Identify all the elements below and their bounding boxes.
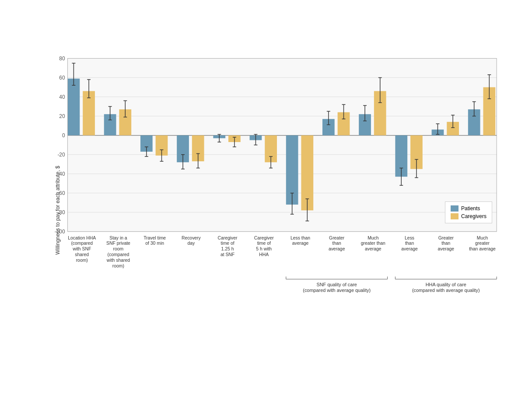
svg-text:average: average <box>438 246 455 251</box>
svg-text:Caregiver: Caregiver <box>254 235 274 240</box>
svg-text:(compared: (compared <box>71 241 93 246</box>
chart-container: Willingness to pay for each attribute, $… <box>11 18 514 403</box>
svg-text:shared: shared <box>75 252 89 257</box>
svg-text:-20: -20 <box>57 151 65 157</box>
svg-text:Greater: Greater <box>329 235 345 240</box>
svg-text:than: than <box>332 241 341 246</box>
svg-text:Recovery: Recovery <box>182 235 201 240</box>
svg-text:room: room <box>113 246 124 251</box>
svg-text:-60: -60 <box>57 190 65 196</box>
svg-text:Less: Less <box>405 235 414 240</box>
svg-text:(compared with average quality: (compared with average quality) <box>412 288 480 293</box>
svg-text:40: 40 <box>59 94 65 100</box>
svg-text:with shared: with shared <box>106 258 130 263</box>
bar-chart: -100-80-60-40-20020406080Location HHA(co… <box>46 27 505 324</box>
svg-text:(compared: (compared <box>108 252 130 257</box>
svg-text:Location HHA: Location HHA <box>68 235 96 240</box>
legend-color-patients <box>451 205 458 212</box>
svg-text:Much: Much <box>368 235 379 240</box>
svg-text:SNF quality of care: SNF quality of care <box>316 281 357 287</box>
legend-label-patients: Patients <box>461 205 480 212</box>
svg-text:0: 0 <box>62 132 65 138</box>
svg-text:time of: time of <box>220 241 234 246</box>
svg-text:(compared with average quality: (compared with average quality) <box>303 288 371 293</box>
legend: Patients Caregivers <box>445 201 492 223</box>
svg-text:Caregiver: Caregiver <box>218 235 238 240</box>
svg-text:of 30 min: of 30 min <box>145 241 164 246</box>
svg-text:greater: greater <box>475 241 490 246</box>
svg-text:room): room) <box>76 258 88 263</box>
svg-text:at SNF: at SNF <box>220 252 234 257</box>
svg-text:HHA: HHA <box>259 252 269 257</box>
svg-text:Less than: Less than <box>290 235 310 240</box>
legend-label-caregivers: Caregivers <box>461 213 486 219</box>
svg-text:time of: time of <box>257 241 271 246</box>
svg-rect-21 <box>68 78 80 135</box>
svg-text:20: 20 <box>59 113 65 119</box>
svg-text:average: average <box>365 246 382 251</box>
svg-text:Travel time: Travel time <box>144 235 166 240</box>
svg-text:Greater: Greater <box>438 235 454 240</box>
svg-text:5 h with: 5 h with <box>256 246 272 251</box>
svg-text:day: day <box>187 241 195 246</box>
svg-text:SNF private: SNF private <box>106 241 130 246</box>
svg-text:HHA quality of care: HHA quality of care <box>426 281 466 287</box>
svg-text:1.25 h: 1.25 h <box>221 246 234 251</box>
legend-item-caregivers: Caregivers <box>451 213 486 219</box>
svg-text:Stay in a: Stay in a <box>109 235 127 240</box>
svg-text:with SNF: with SNF <box>72 246 91 251</box>
svg-text:than average: than average <box>469 246 496 251</box>
svg-text:average: average <box>292 241 309 246</box>
legend-item-patients: Patients <box>451 205 486 212</box>
svg-text:-100: -100 <box>55 228 65 234</box>
legend-color-caregivers <box>451 213 458 219</box>
svg-text:-40: -40 <box>57 170 65 177</box>
chart-area: -100-80-60-40-20020406080Location HHA(co… <box>46 27 505 324</box>
svg-text:Much: Much <box>477 235 488 240</box>
svg-rect-0 <box>68 58 497 231</box>
svg-text:average: average <box>329 246 345 251</box>
svg-text:than: than <box>405 241 414 246</box>
svg-text:room): room) <box>112 263 124 268</box>
svg-text:greater than: greater than <box>361 241 385 246</box>
svg-text:60: 60 <box>59 74 65 80</box>
svg-text:than: than <box>441 241 450 246</box>
svg-text:80: 80 <box>59 55 65 61</box>
svg-text:-80: -80 <box>57 209 65 215</box>
svg-text:average: average <box>401 246 418 251</box>
